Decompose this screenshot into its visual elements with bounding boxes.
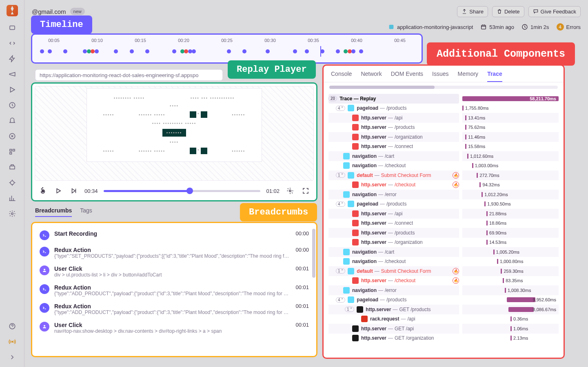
side-tab-memory[interactable]: Memory [458, 71, 479, 77]
terminal-icon [40, 303, 49, 313]
svg-rect-0 [10, 26, 15, 30]
breadcrumb-row[interactable]: Redux Action{"type":"SET_PRODUCTS","payl… [37, 243, 311, 262]
trace-row[interactable]: http.server—GET /organization [328, 334, 459, 343]
trace-row[interactable]: http.server—/checkout🔥 [328, 180, 459, 190]
timeline-event-dot[interactable] [184, 49, 188, 53]
timeline-event-dot[interactable] [83, 49, 87, 53]
side-tab-trace[interactable]: Trace [487, 71, 502, 82]
timeline-event-dot[interactable] [188, 49, 192, 53]
timeline-event-dot[interactable] [320, 49, 324, 53]
help-icon[interactable] [8, 322, 16, 330]
clock-icon[interactable] [8, 101, 16, 109]
debug-icon[interactable] [8, 179, 16, 187]
timeline-event-dot[interactable] [172, 49, 176, 53]
timeline-event-dot[interactable] [293, 49, 297, 53]
play-button[interactable] [53, 186, 63, 196]
projects-icon[interactable] [8, 24, 16, 32]
breadcrumb-row[interactable]: User Clickdiv > ul.products-list > li > … [37, 262, 311, 281]
side-tab-console[interactable]: Console [331, 71, 352, 77]
timeline-tick: 00:25 [221, 38, 233, 43]
trace-row[interactable]: http.server—/connect [328, 142, 459, 152]
code-icon[interactable] [8, 39, 16, 47]
share-button[interactable]: Share [457, 6, 488, 17]
trace-row[interactable]: rack.request—/api [328, 314, 459, 324]
timeline-event-dot[interactable] [305, 49, 309, 53]
timeline-event-dot[interactable] [227, 49, 231, 53]
trace-row[interactable]: navigation—/cart [328, 247, 459, 257]
duration: 1min 2s [521, 24, 549, 30]
rewind-10-button[interactable]: 10 [38, 186, 48, 196]
terminal-icon [40, 247, 49, 256]
timeline-event-dot[interactable] [242, 49, 246, 53]
breadcrumb-row[interactable]: Redux Action{"type":"ADD_PRODUCT","paylo… [37, 281, 311, 300]
timeline-event-dot[interactable] [63, 49, 67, 53]
breadcrumb-row[interactable]: Redux Action{"type":"ADD_PRODUCT","paylo… [37, 300, 311, 318]
discover-icon[interactable] [8, 132, 16, 140]
app-logo[interactable] [7, 5, 18, 16]
collapse-icon[interactable] [8, 353, 16, 361]
timeline-event-dot[interactable] [130, 49, 134, 53]
trace-row[interactable]: http.server—/organization [328, 132, 459, 142]
trace-row[interactable]: http.server—GET /api [328, 324, 459, 334]
delete-button[interactable]: Delete [492, 6, 524, 17]
timeline-event-dot[interactable] [344, 49, 348, 53]
player-settings-button[interactable] [285, 186, 295, 196]
broadcast-icon[interactable] [8, 338, 16, 346]
releases-icon[interactable] [8, 163, 16, 171]
trace-row[interactable]: 1 ˄http.server—GET /products [328, 305, 459, 314]
side-tab-dom-events[interactable]: DOM Events [391, 71, 423, 77]
trace-row[interactable]: http.server—/checkout🔥 [328, 276, 459, 286]
dashboards-icon[interactable] [8, 148, 16, 156]
settings-icon[interactable] [8, 210, 16, 218]
trace-row[interactable]: navigation—/error [328, 285, 459, 295]
alert-icon[interactable] [8, 117, 16, 125]
timeline-event-dot[interactable] [180, 49, 184, 53]
trace-row[interactable]: 4 ˄pageload—/products [328, 295, 459, 305]
breadcrumb-row[interactable]: Start Recording00:00 [37, 227, 311, 243]
play-icon[interactable] [8, 86, 16, 94]
timeline-event-dot[interactable] [192, 49, 196, 53]
timeline-event-dot[interactable] [266, 49, 270, 53]
scrollbar[interactable] [312, 229, 315, 278]
trace-row[interactable]: 1 ˄default—Submit Checkout Form🔥 [328, 266, 459, 276]
trace-row[interactable]: http.server—/products [328, 123, 459, 133]
fullscreen-button[interactable] [301, 186, 311, 196]
svg-rect-5 [10, 153, 12, 155]
timeline-event-dot[interactable] [145, 49, 149, 53]
next-button[interactable] [69, 186, 79, 196]
trace-row[interactable]: http.server—/connect [328, 219, 459, 228]
trace-row[interactable]: navigation—/cart [328, 151, 459, 161]
side-tab-network[interactable]: Network [361, 71, 382, 77]
trace-row[interactable]: navigation—/error [328, 190, 459, 199]
trace-row[interactable]: http.server—/products [328, 228, 459, 238]
trace-row[interactable]: http.server—/organization [328, 238, 459, 248]
timeline-event-dot[interactable] [40, 49, 44, 53]
timeline-event-dot[interactable] [336, 49, 340, 53]
tab-breadcrumbs[interactable]: Breadcrumbs [35, 207, 72, 217]
timeline-event-dot[interactable] [48, 49, 52, 53]
timeline-event-dot[interactable] [359, 49, 363, 53]
timeline-event-dot[interactable] [114, 49, 118, 53]
megaphone-icon[interactable] [8, 70, 16, 78]
trace-row[interactable]: 4 ˄pageload—/products [328, 104, 459, 113]
breadcrumb-row[interactable]: User Clicknav#top-nav.show-desktop > div… [37, 318, 311, 337]
timeline-tick: 00:20 [178, 38, 189, 43]
feedback-button[interactable]: Give Feedback [528, 6, 581, 17]
trace-row[interactable]: http.server—/api [328, 113, 459, 123]
bolt-icon[interactable] [8, 55, 16, 63]
timeline-event-dot[interactable] [95, 49, 99, 53]
timeline-event-dot[interactable] [351, 49, 355, 53]
seek-bar[interactable] [104, 190, 261, 192]
tab-tags[interactable]: Tags [80, 207, 92, 217]
trace-h-scroll[interactable] [329, 86, 558, 89]
trace-row[interactable]: 4 ˄pageload—/products [328, 199, 459, 209]
timeline-event-dot[interactable] [91, 49, 95, 53]
trace-row[interactable]: navigation—/checkout [328, 161, 459, 171]
stats-icon[interactable] [8, 194, 16, 202]
trace-row[interactable]: navigation—/checkout [328, 257, 459, 267]
trace-row[interactable]: 1 ˄default—Submit Checkout Form🔥 [328, 170, 459, 180]
trace-row[interactable]: http.server—/api [328, 209, 459, 219]
timeline-event-dot[interactable] [348, 49, 352, 53]
side-tab-issues[interactable]: Issues [432, 71, 448, 77]
timeline-event-dot[interactable] [87, 49, 91, 53]
